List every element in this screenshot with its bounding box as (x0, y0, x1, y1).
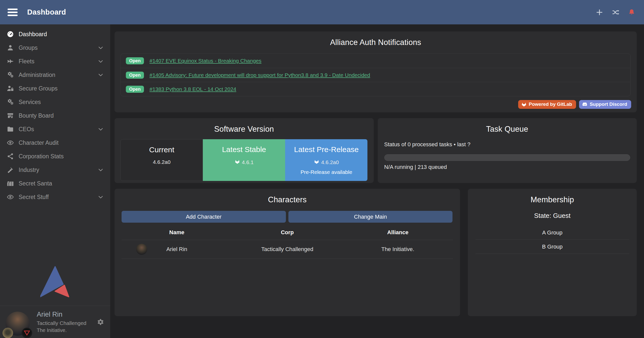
sidebar-item-corporation-stats[interactable]: Corporation Stats (0, 150, 110, 163)
sidebar-item-label: Corporation Stats (19, 153, 64, 160)
sidebar-item-bounty-board[interactable]: Bounty Board (0, 109, 110, 122)
chevron-down-icon (98, 167, 104, 173)
discord-badge-label: Support Discord (590, 102, 627, 107)
characters-title: Characters (115, 195, 460, 204)
sidebar-item-label: Secret Stuff (19, 194, 49, 201)
notification-link[interactable]: #1405 Advisory: Future development will … (149, 72, 370, 78)
sidebar-item-character-audit[interactable]: Character Audit (0, 136, 110, 150)
chevron-down-icon (98, 72, 104, 78)
version-col-current: Current4.6.2a0 (121, 139, 203, 181)
membership-panel: Membership State: Guest A GroupB Group (468, 189, 637, 316)
version-number: 4.6.2a0 (153, 159, 171, 165)
gear-icon[interactable] (96, 318, 104, 326)
task-queue-title: Task Queue (378, 125, 637, 134)
user-icon (6, 44, 15, 52)
discord-icon (582, 102, 588, 107)
page-title: Dashboard (27, 8, 66, 16)
membership-state: State: Guest (468, 212, 637, 220)
membership-title: Membership (468, 195, 637, 204)
add-character-button[interactable]: Add Character (122, 211, 286, 223)
task-progress-bar (384, 154, 630, 161)
sidebar-item-label: Administration (19, 72, 55, 78)
col-header-name: Name (122, 229, 232, 236)
sidebar-item-label: Secure Groups (19, 85, 58, 92)
col-header-alliance: Alliance (343, 229, 453, 236)
share-nodes-icon (6, 153, 15, 160)
sidebar: DashboardGroupsFleetsAdministrationSecur… (0, 24, 110, 338)
characters-table: Name Corp Alliance Ariel RinTactically C… (122, 225, 453, 259)
sidebar-item-label: Industry (19, 167, 39, 173)
status-badge: Open (126, 86, 144, 93)
notifications-list: Open#1407 EVE Equinox Status - Breaking … (121, 54, 631, 96)
chevron-down-icon (98, 194, 104, 200)
user-alliance: The Initiative. (37, 327, 86, 334)
software-version-panel: Software Version Current4.6.2a0Latest St… (115, 118, 374, 183)
bell-icon[interactable] (628, 9, 635, 16)
character-corp: Tactically Challenged (232, 246, 343, 253)
gitlab-fox-icon (521, 102, 527, 107)
version-col-label: Latest Pre-Release (285, 145, 367, 154)
notification-link[interactable]: #1407 EVE Equinox Status - Breaking Chan… (149, 58, 261, 64)
sidebar-item-secret-santa[interactable]: Secret Santa (0, 177, 110, 190)
fighter-jet-icon (6, 58, 15, 65)
notification-row: Open#1383 Python 3.8 EOL - 14 Oct 2024 (121, 82, 630, 96)
user-name: Ariel Rin (37, 310, 86, 319)
task-queue-line: N/A running | 213 queued (384, 164, 630, 170)
notifications-title: Alliance Auth Notifications (115, 38, 637, 47)
version-col-prerelease: Latest Pre-Release4.6.2a0Pre-Release ava… (285, 139, 367, 181)
chevron-down-icon (98, 126, 104, 132)
user-corp: Tactically Challenged (37, 320, 86, 327)
task-queue-panel: Task Queue Status of 0 processed tasks •… (378, 118, 637, 183)
sidebar-item-label: Secret Santa (19, 180, 52, 187)
sidebar-item-administration[interactable]: Administration (0, 68, 110, 82)
sidebar-item-dashboard[interactable]: Dashboard (0, 27, 110, 41)
main-content: Alliance Auth Notifications Open#1407 EV… (110, 24, 644, 338)
characters-panel: Characters Add Character Change Main Nam… (115, 189, 460, 316)
sidebar-item-secret-stuff[interactable]: Secret Stuff (0, 190, 110, 204)
support-discord-badge[interactable]: Support Discord (579, 100, 631, 109)
hamburger-menu-icon[interactable] (8, 9, 18, 16)
sidebar-item-industry[interactable]: Industry (0, 163, 110, 177)
sidebar-item-ceos[interactable]: CEOs (0, 122, 110, 136)
user-panel: Ariel Rin Tactically Challenged The Init… (0, 306, 110, 338)
sidebar-item-label: Bounty Board (19, 112, 54, 119)
powered-by-gitlab-badge[interactable]: Powered by GitLab (518, 100, 576, 109)
gitlab-fox-icon (314, 159, 319, 166)
gitlab-badge-label: Powered by GitLab (529, 102, 572, 107)
change-main-button[interactable]: Change Main (288, 211, 453, 223)
alliance-logo-badge (22, 328, 32, 338)
user-lock-icon (6, 85, 15, 92)
membership-groups-list: A GroupB Group (475, 226, 629, 254)
sidebar-item-label: Dashboard (19, 31, 47, 38)
plus-icon[interactable] (596, 9, 603, 16)
sidebar-item-secure-groups[interactable]: Secure Groups (0, 82, 110, 95)
version-number: 4.6.2a0 (321, 159, 339, 165)
software-version-title: Software Version (115, 125, 374, 134)
eye-icon (6, 139, 15, 147)
store-icon (6, 112, 15, 119)
status-badge: Open (126, 57, 144, 64)
notification-row: Open#1405 Advisory: Future development w… (121, 68, 630, 82)
hammer-icon (6, 166, 15, 174)
notification-link[interactable]: #1383 Python 3.8 EOL - 14 Oct 2024 (149, 86, 236, 92)
sidebar-item-groups[interactable]: Groups (0, 41, 110, 55)
top-navbar: Dashboard (0, 0, 644, 24)
eye-icon (6, 193, 15, 201)
notification-row: Open#1407 EVE Equinox Status - Breaking … (121, 54, 630, 68)
folder-icon (6, 125, 15, 133)
chevron-down-icon (98, 45, 104, 51)
chevron-down-icon (98, 58, 104, 64)
gears-icon (6, 71, 15, 79)
status-badge: Open (126, 72, 144, 79)
sidebar-item-label: Fleets (19, 58, 34, 65)
membership-group: A Group (475, 226, 629, 240)
version-col-label: Latest Stable (203, 145, 285, 154)
character-avatar (136, 244, 147, 255)
shuffle-icon[interactable] (612, 9, 619, 16)
sidebar-item-label: CEOs (19, 126, 34, 133)
sidebar-item-services[interactable]: Services (0, 95, 110, 109)
sidebar-item-label: Groups (19, 44, 37, 51)
sidebar-item-fleets[interactable]: Fleets (0, 55, 110, 68)
sidebar-item-label: Services (19, 99, 41, 106)
gitlab-fox-icon (235, 159, 240, 166)
